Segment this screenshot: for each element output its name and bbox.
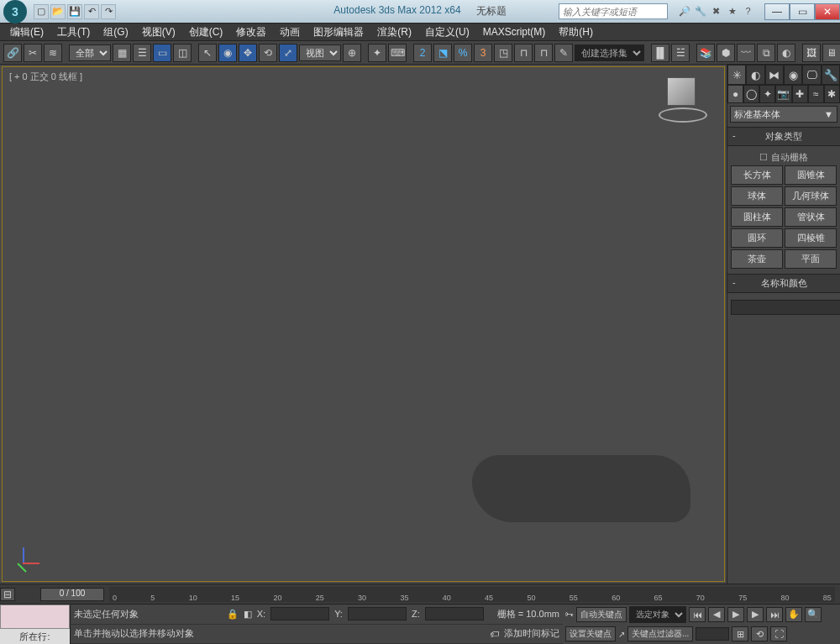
menu-animation[interactable]: 动画	[273, 25, 307, 39]
menu-help[interactable]: 帮助(H)	[552, 25, 600, 39]
setkey-button[interactable]: 设置关键点	[565, 626, 616, 641]
named-selection-set[interactable]: 创建选择集	[575, 45, 644, 61]
next-frame-icon[interactable]: ▶	[747, 607, 764, 622]
menu-modifiers[interactable]: 修改器	[229, 25, 273, 39]
unlink-icon[interactable]: ✂	[24, 44, 42, 62]
play-icon[interactable]: ▶	[727, 607, 744, 622]
snap-toggle2-icon[interactable]: ⊓	[534, 44, 553, 62]
time-config-icon[interactable]: ⊞	[732, 626, 748, 641]
modify-tab-icon[interactable]: ◐	[746, 65, 764, 85]
select-rect-icon[interactable]: ▭	[153, 44, 171, 62]
favorite-icon[interactable]: ★	[726, 6, 738, 17]
time-slider[interactable]: 0 / 100	[40, 588, 104, 601]
viewport[interactable]: [ + 0 正交 0 线框 ]	[2, 66, 725, 582]
geosphere-button[interactable]: 几何球体	[785, 186, 837, 206]
menu-tools[interactable]: 工具(T)	[50, 25, 97, 39]
current-frame-input[interactable]	[696, 627, 729, 641]
schematic-icon[interactable]: ⧉	[757, 44, 775, 62]
new-icon[interactable]: ▢	[34, 4, 49, 19]
category-dropdown[interactable]: 标准基本体▼	[730, 106, 837, 123]
key-tangent-icon[interactable]: ↗	[618, 630, 625, 639]
goto-start-icon[interactable]: ⏮	[689, 607, 706, 622]
render-setup-icon[interactable]: 🖼	[802, 44, 821, 62]
plane-button[interactable]: 平面	[785, 249, 837, 269]
mirror-icon[interactable]: ▐▌	[651, 44, 669, 62]
lock-icon[interactable]: 🔒	[227, 609, 239, 620]
open-icon[interactable]: 📂	[50, 4, 66, 19]
zoom-icon[interactable]: 🔍	[805, 607, 822, 622]
selected-object-dropdown[interactable]: 选定对象	[629, 606, 686, 623]
systems-subtab-icon[interactable]: ✱	[824, 85, 840, 103]
add-time-tag[interactable]: 添加时间标记	[504, 627, 559, 640]
hierarchy-tab-icon[interactable]: ⧓	[765, 65, 784, 85]
menu-rendering[interactable]: 渲染(R)	[370, 25, 418, 39]
select-scale-icon[interactable]: ⤢	[279, 44, 297, 62]
x-coord-input[interactable]	[270, 607, 329, 620]
isolate-icon[interactable]: ◧	[244, 609, 252, 620]
sphere-button[interactable]: 球体	[731, 186, 783, 206]
pivot-icon[interactable]: ⊕	[343, 44, 361, 62]
minimize-button[interactable]: —	[764, 3, 790, 20]
maxscript-listener[interactable]	[0, 605, 70, 629]
snap-angle-icon[interactable]: ⬔	[433, 44, 452, 62]
geometry-subtab-icon[interactable]: ●	[727, 85, 743, 103]
snap-percent-icon[interactable]: %	[454, 44, 472, 62]
tag-icon[interactable]: 🏷	[490, 629, 499, 639]
close-button[interactable]: ✕	[815, 3, 840, 20]
prev-frame-icon[interactable]: ◀	[708, 607, 725, 622]
search-input[interactable]	[559, 3, 668, 19]
utilities-tab-icon[interactable]: 🔧	[822, 65, 840, 85]
viewcube[interactable]	[654, 76, 712, 126]
keyboard-shortcut-icon[interactable]: ⌨	[388, 44, 407, 62]
timeline-config-icon[interactable]: ⊟	[0, 588, 15, 601]
menu-views[interactable]: 视图(V)	[135, 25, 182, 39]
exchange-icon[interactable]: ✖	[710, 6, 722, 17]
menu-create[interactable]: 创建(C)	[182, 25, 230, 39]
menu-customize[interactable]: 自定义(U)	[418, 25, 476, 39]
keymode-icon[interactable]: 🗝	[565, 610, 574, 619]
layer-manager-icon[interactable]: 📚	[696, 44, 715, 62]
select-name-icon[interactable]: ☰	[133, 44, 151, 62]
menu-group[interactable]: 组(G)	[97, 25, 134, 39]
cameras-subtab-icon[interactable]: 📷	[775, 85, 791, 103]
helpers-subtab-icon[interactable]: ✚	[792, 85, 808, 103]
help-icon[interactable]: ?	[742, 6, 754, 17]
save-icon[interactable]: 💾	[67, 4, 82, 19]
select-icon[interactable]: ▦	[113, 44, 131, 62]
undo-icon[interactable]: ↶	[84, 4, 99, 19]
material-editor-icon[interactable]: ◐	[777, 44, 795, 62]
bind-icon[interactable]: ≋	[44, 44, 62, 62]
orbit-icon[interactable]: ⟲	[751, 626, 768, 641]
viewport-label[interactable]: [ + 0 正交 0 线框 ]	[9, 71, 82, 83]
menu-maxscript[interactable]: MAXScript(M)	[476, 26, 553, 38]
lights-subtab-icon[interactable]: ✦	[759, 85, 775, 103]
tube-button[interactable]: 管状体	[785, 207, 837, 227]
viewcube-cube-icon[interactable]	[667, 77, 696, 106]
spacewarps-subtab-icon[interactable]: ≈	[808, 85, 824, 103]
ref-coord-system[interactable]: 视图	[299, 45, 341, 61]
snap-2d-icon[interactable]: 2	[413, 44, 432, 62]
key-icon[interactable]: 🔧	[694, 6, 706, 17]
curve-editor-icon[interactable]: 〰	[737, 44, 755, 62]
menu-grapheditors[interactable]: 图形编辑器	[307, 25, 370, 39]
select-paint-icon[interactable]: ◉	[218, 44, 237, 62]
pyramid-button[interactable]: 四棱锥	[785, 228, 837, 248]
binoculars-icon[interactable]: 🔎	[678, 6, 690, 17]
object-name-input[interactable]	[731, 300, 840, 315]
y-coord-input[interactable]	[348, 607, 407, 620]
snap-toggle-icon[interactable]: ⊓	[514, 44, 533, 62]
link-icon[interactable]: 🔗	[3, 44, 22, 62]
manipulate-icon[interactable]: ✦	[368, 44, 386, 62]
edit-named-sel-icon[interactable]: ✎	[554, 44, 573, 62]
autogrid-checkbox[interactable]: ☐ 自动栅格	[731, 149, 837, 165]
goto-end-icon[interactable]: ⏭	[766, 607, 783, 622]
motion-tab-icon[interactable]: ◉	[784, 65, 802, 85]
graphite-icon[interactable]: ⬢	[717, 44, 735, 62]
teapot-button[interactable]: 茶壶	[731, 249, 783, 269]
menu-edit[interactable]: 编辑(E)	[3, 25, 50, 39]
rendered-frame-icon[interactable]: 🖥	[822, 44, 840, 62]
app-menu-icon[interactable]: 3	[3, 0, 27, 24]
pan-icon[interactable]: ✋	[785, 607, 802, 622]
select-object-icon[interactable]: ↖	[198, 44, 217, 62]
keyfilters-button[interactable]: 关键点过滤器...	[627, 626, 693, 641]
